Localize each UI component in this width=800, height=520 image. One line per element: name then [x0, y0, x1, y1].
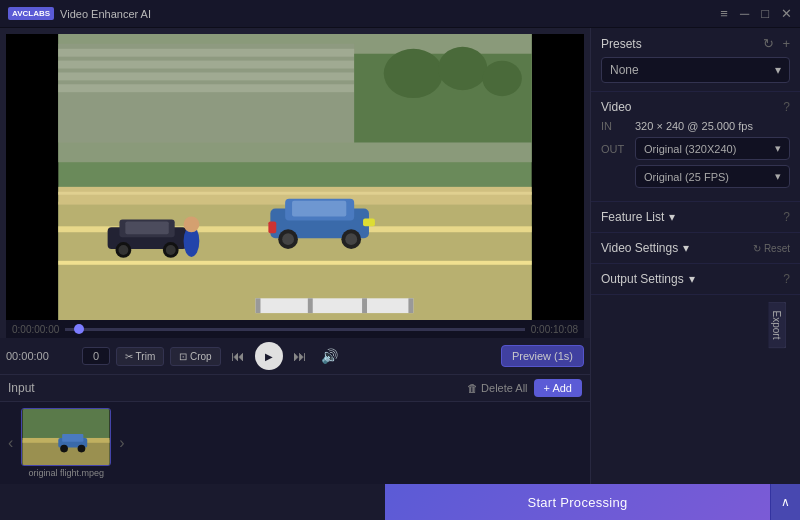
fps-select[interactable]: Original (25 FPS) ▾	[635, 165, 790, 188]
input-header: Input 🗑 Delete All + Add	[0, 375, 590, 402]
svg-rect-6	[58, 49, 354, 57]
output-settings-section[interactable]: Output Settings ▾ ?	[591, 264, 800, 295]
window-controls: ≡ ─ □ ✕	[720, 7, 792, 20]
feature-list-left: Feature List ▾	[601, 210, 675, 224]
svg-rect-5	[58, 44, 354, 143]
output-settings-left: Output Settings ▾	[601, 272, 695, 286]
video-in-label: IN	[601, 120, 629, 132]
svg-point-12	[438, 47, 487, 90]
feature-list-title: Feature List	[601, 210, 664, 224]
timeline-time-end: 0:00:10:08	[525, 324, 584, 335]
timeline-thumb[interactable]	[74, 324, 84, 334]
next-button[interactable]: ⏭	[289, 346, 311, 366]
video-settings-left: Video Settings ▾	[601, 241, 689, 255]
input-section: Input 🗑 Delete All + Add ‹	[0, 374, 590, 484]
delete-all-button[interactable]: 🗑 Delete All	[467, 379, 528, 397]
svg-point-22	[345, 233, 357, 245]
reset-label: Reset	[764, 243, 790, 254]
frame-display: 0	[82, 347, 110, 365]
list-item[interactable]: original flight.mpeg	[21, 408, 111, 478]
bottom-bar: Start Processing ∧	[0, 484, 800, 520]
svg-rect-38	[408, 298, 413, 313]
video-help-icon[interactable]: ?	[783, 100, 790, 114]
video-settings-section[interactable]: Video Settings ▾ ↻ Reset	[591, 233, 800, 264]
expand-button[interactable]: ∧	[770, 484, 800, 520]
maximize-button[interactable]: □	[761, 7, 769, 20]
svg-rect-35	[256, 298, 261, 313]
svg-rect-23	[268, 221, 276, 233]
crop-button[interactable]: ⊡ Crop	[170, 347, 220, 366]
presets-add-icon[interactable]: +	[782, 36, 790, 51]
resolution-chevron: ▾	[775, 142, 781, 155]
presets-icons: ↻ +	[763, 36, 790, 51]
presets-selected: None	[610, 63, 639, 77]
preview-button[interactable]: Preview (1s)	[501, 345, 584, 367]
svg-rect-18	[292, 201, 346, 217]
minimize-button[interactable]: ─	[740, 7, 749, 20]
app-title: Video Enhancer AI	[60, 8, 151, 20]
input-actions: 🗑 Delete All + Add	[467, 379, 582, 397]
svg-point-33	[184, 216, 200, 232]
prev-button[interactable]: ⏮	[227, 346, 249, 366]
fps-value: Original (25 FPS)	[644, 171, 729, 183]
video-settings-chevron: ▾	[683, 241, 689, 255]
presets-title: Presets	[601, 37, 642, 51]
reset-button[interactable]: ↻ Reset	[753, 243, 790, 254]
resolution-select[interactable]: Original (320X240) ▾	[635, 137, 790, 160]
svg-rect-24	[363, 218, 375, 226]
presets-header: Presets ↻ +	[601, 36, 790, 51]
feature-list-chevron: ▾	[669, 210, 675, 224]
svg-rect-15	[58, 192, 531, 195]
svg-rect-34	[256, 298, 414, 313]
timeline-track[interactable]	[65, 328, 524, 331]
export-tab[interactable]: Export	[769, 302, 787, 349]
filmstrip: ‹	[0, 402, 590, 484]
start-processing-button[interactable]: Start Processing	[385, 484, 770, 520]
video-header: Video ?	[601, 100, 790, 114]
svg-rect-8	[58, 72, 354, 80]
film-thumbnail	[21, 408, 111, 466]
video-title: Video	[601, 100, 631, 114]
video-in-row: IN 320 × 240 @ 25.000 fps	[601, 120, 790, 132]
svg-point-11	[384, 49, 443, 98]
presets-chevron: ▾	[775, 63, 781, 77]
svg-rect-9	[58, 84, 354, 92]
feature-list-help-icon[interactable]: ?	[783, 210, 790, 224]
output-settings-title: Output Settings	[601, 272, 684, 286]
svg-rect-7	[58, 61, 354, 69]
filmstrip-next[interactable]: ›	[115, 434, 128, 452]
svg-rect-37	[362, 298, 367, 313]
filmstrip-prev[interactable]: ‹	[4, 434, 17, 452]
presets-refresh-icon[interactable]: ↻	[763, 36, 774, 51]
feature-list-section[interactable]: Feature List ▾ ?	[591, 202, 800, 233]
add-button[interactable]: + Add	[534, 379, 582, 397]
bottom-left-spacer	[0, 484, 385, 520]
resolution-value: Original (320X240)	[644, 143, 736, 155]
timeline[interactable]: 0:00:00:00 0:00:10:08	[6, 320, 584, 338]
video-in-value: 320 × 240 @ 25.000 fps	[635, 120, 753, 132]
output-settings-help-icon[interactable]: ?	[783, 272, 790, 286]
time-display: 00:00:00	[6, 350, 76, 362]
close-button[interactable]: ✕	[781, 7, 792, 20]
fps-chevron: ▾	[775, 170, 781, 183]
svg-point-20	[282, 233, 294, 245]
svg-point-29	[118, 245, 128, 255]
video-preview	[6, 34, 584, 320]
video-section: Video ? IN 320 × 240 @ 25.000 fps OUT Or…	[591, 92, 800, 202]
volume-button[interactable]: 🔊	[317, 346, 342, 366]
svg-point-31	[166, 245, 176, 255]
video-out-label: OUT	[601, 143, 629, 155]
menu-button[interactable]: ≡	[720, 7, 728, 20]
video-settings-title: Video Settings	[601, 241, 678, 255]
video-out-row: OUT Original (320X240) ▾	[601, 137, 790, 160]
app-logo: AVCLABS Video Enhancer AI	[8, 7, 151, 20]
timeline-time-start: 0:00:00:00	[6, 324, 65, 335]
play-button[interactable]: ▶	[255, 342, 283, 370]
svg-rect-27	[125, 221, 168, 234]
presets-dropdown[interactable]: None ▾	[601, 57, 790, 83]
presets-section: Presets ↻ + None ▾	[591, 28, 800, 92]
trim-button[interactable]: ✂ Trim	[116, 347, 164, 366]
svg-rect-36	[308, 298, 313, 313]
svg-rect-4	[58, 261, 531, 265]
left-panel: 0:00:00:00 0:00:10:08 00:00:00 0 ✂ Trim …	[0, 28, 590, 484]
